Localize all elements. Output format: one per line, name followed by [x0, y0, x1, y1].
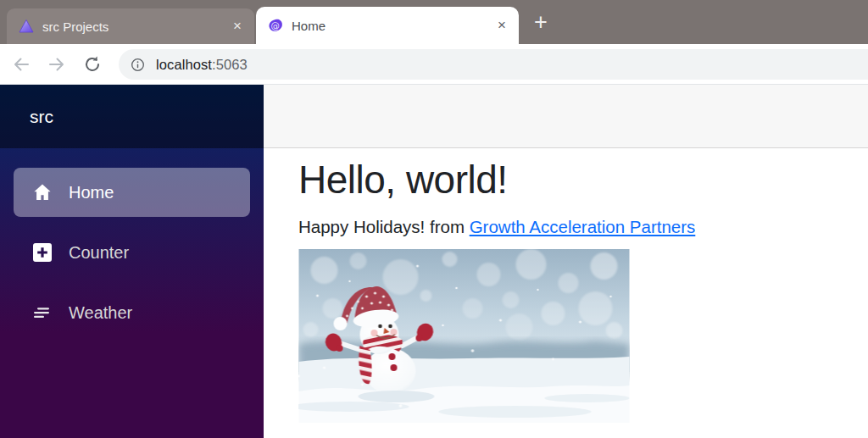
- tab-title: src Projects: [42, 19, 229, 34]
- greeting-text: Happy Holidays! from Growth Acceleration…: [298, 217, 868, 237]
- list-icon: [32, 302, 53, 323]
- app-brand: src: [30, 107, 53, 127]
- sidebar-item-weather[interactable]: Weather: [14, 288, 250, 337]
- close-icon[interactable]: ×: [493, 17, 510, 34]
- browser-toolbar: localhost:5063: [0, 44, 868, 85]
- tab-src-projects[interactable]: src Projects ×: [7, 8, 254, 44]
- sidebar-item-label: Home: [69, 183, 114, 202]
- purple-triangle-logo-icon: [19, 19, 34, 34]
- sidebar-item-label: Counter: [69, 243, 129, 263]
- svg-text:@: @: [270, 20, 279, 30]
- holiday-snowman-image: [298, 249, 630, 423]
- new-tab-button[interactable]: +: [529, 11, 553, 35]
- page-info-icon[interactable]: [130, 57, 146, 73]
- tab-title: Home: [292, 19, 493, 33]
- reload-icon[interactable]: [82, 54, 103, 75]
- plus-square-icon: [32, 242, 53, 263]
- sidebar: src Home Counter We: [0, 85, 264, 438]
- url-text[interactable]: localhost:5063: [156, 57, 248, 73]
- house-icon: [32, 182, 53, 202]
- sidebar-item-home[interactable]: Home: [14, 168, 250, 217]
- back-icon[interactable]: [11, 54, 31, 75]
- sidebar-item-label: Weather: [69, 303, 132, 323]
- sidebar-item-counter[interactable]: Counter: [14, 228, 250, 277]
- url-port: :5063: [212, 57, 248, 72]
- top-row: [264, 85, 868, 148]
- close-icon[interactable]: ×: [229, 18, 246, 35]
- brand-row[interactable]: src: [0, 85, 264, 148]
- article: Hello, world! Happy Holidays! from Growt…: [264, 148, 868, 423]
- web-page: src Home Counter We: [0, 85, 868, 438]
- page-title: Hello, world!: [298, 160, 868, 200]
- greeting-prefix: Happy Holidays! from: [298, 217, 470, 236]
- address-bar[interactable]: localhost:5063: [119, 49, 868, 80]
- forward-icon[interactable]: [47, 54, 67, 75]
- sidebar-nav: Home Counter Weather: [0, 148, 264, 337]
- blazor-logo-icon: @: [268, 18, 283, 33]
- browser-tab-strip: src Projects × @ Home × +: [0, 0, 868, 44]
- url-host: localhost: [156, 57, 212, 72]
- tab-home[interactable]: @ Home ×: [256, 7, 519, 44]
- main-content: Hello, world! Happy Holidays! from Growt…: [264, 85, 868, 438]
- gap-link[interactable]: Growth Acceleration Partners: [470, 217, 696, 236]
